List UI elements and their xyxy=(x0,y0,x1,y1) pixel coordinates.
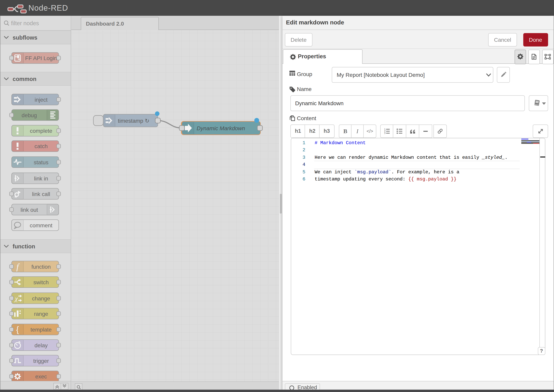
svg-text:filter nodes: filter nodes xyxy=(11,20,39,26)
svg-text:range: range xyxy=(34,311,48,317)
svg-text:complete: complete xyxy=(30,128,52,134)
svg-text:link in: link in xyxy=(34,175,48,182)
svg-text:trigger: trigger xyxy=(33,358,49,364)
svg-text:delay: delay xyxy=(35,342,48,349)
svg-text:inject: inject xyxy=(35,97,48,103)
svg-text:{: { xyxy=(16,325,19,334)
svg-text:catch: catch xyxy=(35,143,48,149)
svg-text:change: change xyxy=(32,295,50,301)
svg-text:comment: comment xyxy=(30,222,52,229)
svg-text:3: 3 xyxy=(384,132,385,134)
svg-text:timestamp ↻: timestamp ↻ xyxy=(118,118,149,124)
svg-text:switch: switch xyxy=(34,279,49,286)
svg-text:status: status xyxy=(34,159,49,166)
svg-text:function: function xyxy=(31,264,51,270)
svg-text:FF API Login: FF API Login xyxy=(25,55,57,61)
svg-text:exec: exec xyxy=(35,373,47,380)
svg-text:function: function xyxy=(13,243,35,250)
svg-text:subflows: subflows xyxy=(13,35,37,41)
svg-text:link out: link out xyxy=(21,207,38,213)
svg-text:Dynamic Markdown: Dynamic Markdown xyxy=(196,125,245,131)
svg-text:link call: link call xyxy=(32,191,50,197)
svg-text:template: template xyxy=(31,327,52,333)
svg-text:χ: χ xyxy=(14,295,18,302)
svg-text:debug: debug xyxy=(22,112,37,118)
svg-text:common: common xyxy=(13,76,36,82)
